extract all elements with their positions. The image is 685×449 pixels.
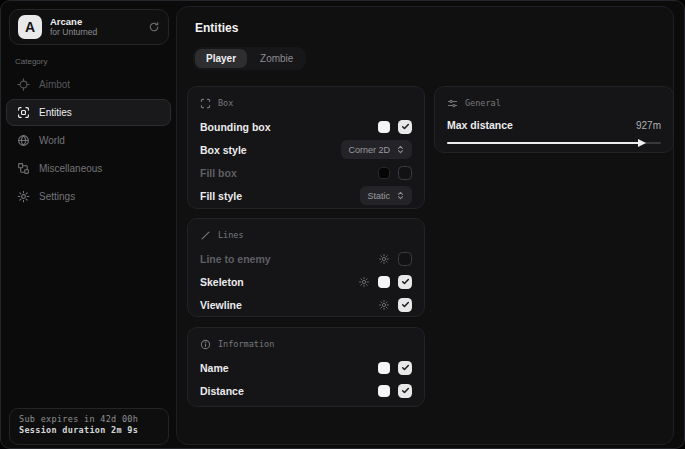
sidebar-item-aimbot[interactable]: Aimbot (6, 71, 171, 98)
app-logo-card: A Arcane for Unturned (9, 9, 169, 45)
entity-tabs: Player Zombie (193, 47, 306, 70)
fill-box-checkbox[interactable] (398, 166, 412, 180)
tab-zombie[interactable]: Zombie (249, 49, 304, 68)
skeleton-gear-icon[interactable] (358, 276, 370, 288)
distance-checkbox[interactable] (398, 384, 412, 398)
setting-row-bounding-box: Bounding box (200, 115, 412, 138)
lines-card: Lines Line to enemy Skeleton (187, 218, 425, 317)
subscription-card: Sub expires in 42d 00h Session duration … (9, 408, 169, 445)
sidebar-item-miscellaneous[interactable]: Miscellaneous (6, 155, 171, 182)
page-title: Entities (195, 21, 238, 35)
sidebar-item-label: Settings (39, 191, 75, 202)
row-label: Name (200, 362, 229, 374)
box-card: Box Bounding box Box style Corner 2D (187, 86, 425, 209)
gear-icon (17, 190, 30, 203)
viewline-checkbox[interactable] (398, 298, 412, 312)
box-style-dropdown[interactable]: Corner 2D (341, 140, 412, 159)
tab-player[interactable]: Player (195, 49, 247, 68)
row-label: Line to enemy (200, 253, 271, 265)
sidebar-item-world[interactable]: World (6, 127, 171, 154)
skeleton-checkbox[interactable] (398, 275, 412, 289)
line-to-enemy-gear-icon[interactable] (378, 253, 390, 265)
sidebar-item-label: Entities (39, 107, 72, 118)
setting-row-max-distance: Max distance 927m (447, 115, 661, 135)
row-label: Distance (200, 385, 244, 397)
app-subtitle: for Unturned (50, 28, 140, 38)
sidebar: A Arcane for Unturned Category Aimbot (1, 1, 176, 448)
lines-card-title: Lines (218, 230, 244, 240)
bounding-box-checkbox[interactable] (398, 120, 412, 134)
setting-row-box-style: Box style Corner 2D (200, 138, 412, 161)
sidebar-item-entities[interactable]: Entities (6, 99, 171, 126)
app-title-block: Arcane for Unturned (50, 17, 140, 38)
fill-style-dropdown[interactable]: Static (360, 186, 412, 205)
setting-row-distance: Distance (200, 379, 412, 402)
sidebar-nav: Aimbot Entities World (6, 71, 171, 211)
sync-icon[interactable] (148, 21, 160, 33)
session-duration-text: Session duration 2m 9s (19, 425, 159, 435)
setting-row-fill-style: Fill style Static (200, 184, 412, 207)
main-panel: Entities Player Zombie Box Bounding box (176, 6, 674, 445)
color-swatch[interactable] (378, 385, 390, 397)
chevron-expand-icon (396, 191, 405, 200)
category-label: Category (15, 57, 47, 66)
max-distance-slider[interactable] (447, 139, 661, 147)
box-corners-icon (200, 98, 211, 109)
entities-scan-icon (17, 106, 30, 119)
setting-row-fill-box: Fill box (200, 161, 412, 184)
sub-expires-text: Sub expires in 42d 00h (19, 414, 159, 424)
lines-card-header: Lines (200, 228, 412, 242)
box-card-header: Box (200, 96, 412, 110)
information-card-header: Information (200, 337, 412, 351)
sidebar-item-label: Aimbot (39, 79, 70, 90)
app-logo: A (18, 15, 42, 39)
line-to-enemy-checkbox[interactable] (398, 252, 412, 266)
information-card: Information Name Distance (187, 327, 425, 407)
crosshair-icon (17, 78, 30, 91)
information-card-title: Information (218, 339, 274, 349)
sidebar-item-label: Miscellaneous (39, 163, 102, 174)
row-label: Max distance (447, 119, 513, 131)
general-card: General Max distance 927m (434, 86, 674, 153)
color-swatch[interactable] (378, 362, 390, 374)
color-swatch[interactable] (378, 167, 390, 179)
setting-row-line-to-enemy: Line to enemy (200, 247, 412, 270)
globe-icon (17, 134, 30, 147)
setting-row-name: Name (200, 356, 412, 379)
row-label: Viewline (200, 299, 242, 311)
slider-thumb[interactable] (638, 139, 646, 147)
viewline-gear-icon[interactable] (378, 299, 390, 311)
dropdown-value: Corner 2D (348, 145, 390, 155)
general-card-title: General (465, 98, 501, 108)
sidebar-item-label: World (39, 135, 65, 146)
sidebar-item-settings[interactable]: Settings (6, 183, 171, 210)
row-label: Fill box (200, 167, 237, 179)
chevron-expand-icon (396, 145, 405, 154)
app-name: Arcane (50, 17, 140, 28)
slider-fill (447, 142, 640, 144)
max-distance-value: 927m (636, 120, 661, 131)
box-card-title: Box (218, 98, 233, 108)
diagonal-line-icon (200, 230, 211, 241)
sliders-icon (447, 98, 458, 109)
app-window: A Arcane for Unturned Category Aimbot (0, 0, 685, 449)
setting-row-viewline: Viewline (200, 293, 412, 316)
row-label: Bounding box (200, 121, 271, 133)
name-checkbox[interactable] (398, 361, 412, 375)
info-icon (200, 339, 211, 350)
setting-row-skeleton: Skeleton (200, 270, 412, 293)
row-label: Skeleton (200, 276, 244, 288)
color-swatch[interactable] (378, 276, 390, 288)
workflow-grid-icon (17, 162, 30, 175)
general-card-header: General (447, 96, 661, 110)
row-label: Fill style (200, 190, 242, 202)
dropdown-value: Static (367, 191, 390, 201)
color-swatch[interactable] (378, 121, 390, 133)
row-label: Box style (200, 144, 247, 156)
